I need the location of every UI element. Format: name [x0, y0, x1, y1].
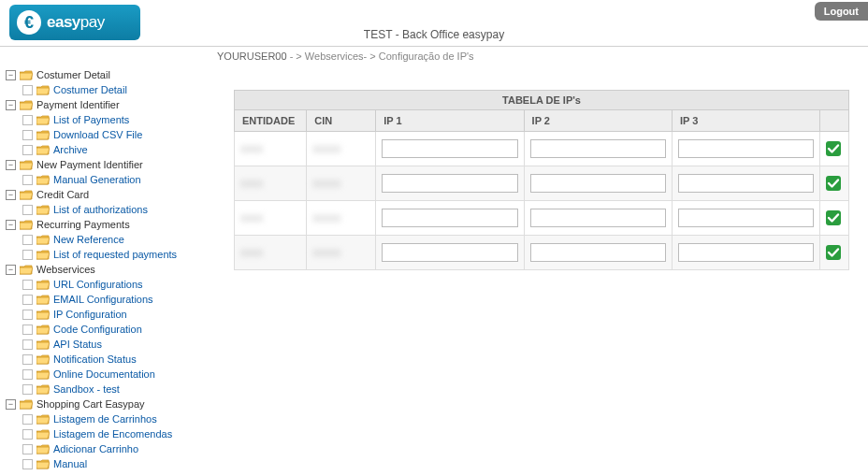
tree-leaf-icon: ·: [22, 295, 33, 305]
tree-toggle-icon[interactable]: −: [6, 70, 16, 80]
tree-leaf-icon: ·: [22, 459, 33, 469]
ip1-input[interactable]: [382, 174, 517, 193]
confirm-icon[interactable]: [826, 210, 843, 225]
folder-icon: [36, 115, 50, 125]
ip2-input[interactable]: [530, 209, 666, 227]
sidebar-item[interactable]: ·List of requested payments: [22, 247, 211, 262]
folder-icon: [36, 250, 50, 260]
ip3-input[interactable]: [678, 139, 814, 158]
cell-action: [820, 201, 849, 236]
logo-icon: €: [17, 10, 41, 35]
sidebar-item[interactable]: ·EMAIL Configurations: [22, 292, 211, 307]
sidebar-item[interactable]: ·List of authorizations: [22, 202, 211, 217]
cell-action: [820, 132, 849, 166]
ip3-input[interactable]: [678, 209, 814, 227]
sidebar-group[interactable]: −Recurring Payments: [6, 217, 211, 232]
breadcrumb-user: YOURUSER00: [217, 50, 287, 62]
ip2-input[interactable]: [530, 174, 666, 193]
sidebar-item[interactable]: ·Online Documentation: [22, 367, 211, 382]
sidebar-item[interactable]: ·List of Payments: [22, 112, 211, 127]
sidebar-item[interactable]: ·Manual Generation: [22, 172, 211, 187]
ip2-input[interactable]: [530, 243, 666, 262]
cell-action: [820, 236, 849, 270]
ip3-input[interactable]: [678, 243, 814, 262]
breadcrumb-part-1[interactable]: Webservices: [305, 50, 364, 62]
cell-ip3: [672, 132, 819, 166]
tree-leaf-icon: ·: [22, 115, 33, 125]
folder-icon: [36, 310, 50, 320]
folder-open-icon: [20, 265, 33, 275]
sidebar-group-label: Payment Identifier: [36, 97, 120, 112]
folder-icon: [36, 369, 50, 380]
tree-toggle-icon[interactable]: −: [6, 190, 16, 200]
cell-ip2: [524, 132, 672, 166]
confirm-icon[interactable]: [826, 141, 843, 156]
sidebar-group[interactable]: −New Payment Identifier: [6, 157, 211, 172]
folder-icon: [36, 295, 50, 305]
sidebar-item[interactable]: ·Listagem de Carrinhos: [22, 411, 211, 426]
sidebar-item[interactable]: ·Notification Status: [22, 352, 211, 367]
sidebar-item[interactable]: ·Listagem de Encomendas: [22, 426, 211, 441]
sidebar-group[interactable]: −Payment Identifier: [6, 97, 211, 112]
ip1-input[interactable]: [382, 209, 517, 227]
tree-leaf-icon: ·: [22, 414, 33, 425]
sidebar-item-label: Sandbox - test: [53, 382, 120, 397]
sidebar-item[interactable]: ·IP Configuration: [22, 307, 211, 322]
ip3-input[interactable]: [678, 174, 814, 193]
sidebar-item-label: EMAIL Configurations: [53, 292, 153, 307]
tree-toggle-icon[interactable]: −: [6, 220, 16, 230]
sidebar-group[interactable]: −Webservices: [6, 262, 211, 277]
ip2-input[interactable]: [530, 139, 666, 158]
header: € easypay TEST - Back Office easypay Log…: [0, 0, 868, 47]
tree-leaf-icon: ·: [22, 85, 33, 95]
folder-icon: [36, 384, 50, 395]
tree-leaf-icon: ·: [22, 310, 33, 320]
table-row: xxxxxxxxx: [235, 166, 849, 201]
sidebar-item[interactable]: ·Code Configuration: [22, 322, 211, 337]
sidebar-item-label: Archive: [53, 142, 88, 157]
folder-icon: [36, 205, 50, 215]
sidebar-item-label: List of requested payments: [53, 247, 177, 262]
ip1-input[interactable]: [382, 139, 517, 158]
sidebar-item-label: Online Documentation: [53, 367, 155, 382]
confirm-icon[interactable]: [826, 245, 843, 260]
sidebar-item[interactable]: ·URL Configurations: [22, 277, 211, 292]
ip1-input[interactable]: [382, 243, 517, 262]
tree-leaf-icon: ·: [22, 280, 33, 290]
tree-toggle-icon[interactable]: −: [6, 160, 16, 170]
sidebar-group[interactable]: −Costumer Detail: [6, 67, 211, 82]
logo[interactable]: € easypay: [9, 5, 140, 40]
cell-entidade: xxxx: [235, 132, 307, 166]
confirm-icon[interactable]: [826, 176, 843, 191]
tree-leaf-icon: ·: [22, 325, 33, 335]
sidebar-item-label: Listagem de Encomendas: [53, 426, 172, 441]
cell-cin: xxxxx: [307, 132, 376, 166]
sidebar-item[interactable]: ·Download CSV File: [22, 127, 211, 142]
cell-ip3: [672, 236, 819, 270]
table-row: xxxxxxxxx: [235, 132, 849, 166]
sidebar-item[interactable]: ·API Status: [22, 337, 211, 352]
sidebar-item-label: Manual Generation: [53, 172, 141, 187]
sidebar-item[interactable]: ·Manual: [22, 456, 211, 471]
cell-ip3: [672, 201, 819, 236]
tree-toggle-icon[interactable]: −: [6, 100, 16, 110]
sidebar-item[interactable]: ·Archive: [22, 142, 211, 157]
breadcrumb-part-2: Configuração de IP's: [379, 50, 474, 62]
sidebar-item-label: Adicionar Carrinho: [53, 441, 138, 456]
sidebar-item[interactable]: ·New Reference: [22, 232, 211, 247]
sidebar-item[interactable]: ·Sandbox - test: [22, 382, 211, 397]
tree-toggle-icon[interactable]: −: [6, 265, 16, 275]
sidebar-group[interactable]: −Credit Card: [6, 187, 211, 202]
logout-button[interactable]: Logout: [815, 2, 868, 21]
tree-toggle-icon[interactable]: −: [6, 399, 16, 410]
sidebar-item[interactable]: ·Costumer Detail: [22, 82, 211, 97]
tree-leaf-icon: ·: [22, 175, 33, 185]
cell-cin: xxxxx: [307, 201, 376, 236]
breadcrumb: YOURUSER00 - > Webservices- > Configuraç…: [0, 47, 868, 62]
sidebar-group-label: Costumer Detail: [36, 67, 110, 82]
sidebar-item-label: API Status: [53, 337, 102, 352]
folder-icon: [36, 459, 50, 469]
tree-leaf-icon: ·: [22, 429, 33, 440]
sidebar-item[interactable]: ·Adicionar Carrinho: [22, 441, 211, 456]
sidebar-group[interactable]: −Shopping Cart Easypay: [6, 397, 211, 411]
